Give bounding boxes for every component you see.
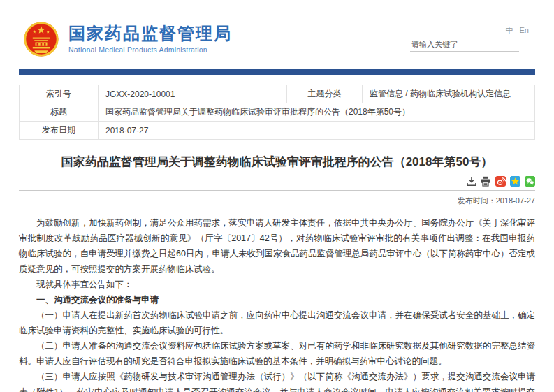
qzone-icon[interactable] xyxy=(510,176,520,187)
language-switcher: 中 En xyxy=(501,25,529,36)
table-row: 发布日期 2018-07-27 xyxy=(20,122,535,140)
meta-label-category: 主题分类 xyxy=(287,85,363,103)
site-brand[interactable]: 国家药品监督管理局 National Medical Products Admi… xyxy=(23,21,232,57)
paragraph-intro: 为鼓励创新，加快新药创制，满足公众用药需求，落实申请人研发主体责任，依据中共中央… xyxy=(19,215,535,277)
site-header: 国家药品监督管理局 National Medical Products Admi… xyxy=(0,0,554,69)
site-title-block: 国家药品监督管理局 National Medical Products Admi… xyxy=(68,24,232,54)
paragraph-item-1: （一）申请人在提出新药首次药物临床试验申请之前，应向药审中心提出沟通交流会议申请… xyxy=(19,307,535,338)
header-divider-bar xyxy=(19,69,535,75)
paragraph-lead-in: 现就具体事宜公告如下： xyxy=(19,277,535,292)
print-icon[interactable] xyxy=(480,176,491,187)
site-title-zh: 国家药品监督管理局 xyxy=(68,24,232,43)
table-row: 索引号 JGXX-2020-10001 主题分类 监管信息 / 药物临床试验机构… xyxy=(20,85,535,103)
search-input[interactable] xyxy=(410,36,519,51)
article-body: 为鼓励创新，加快新药创制，满足公众用药需求，落实申请人研发主体责任，依据中共中央… xyxy=(19,215,535,392)
title-divider xyxy=(19,190,535,191)
document-meta-table: 索引号 JGXX-2020-10001 主题分类 监管信息 / 药物临床试验机构… xyxy=(19,85,535,140)
meta-value-index: JGXX-2020-10001 xyxy=(99,85,287,103)
meta-label-title: 标题 xyxy=(20,103,99,122)
lang-en-link[interactable]: En xyxy=(520,26,529,34)
share-toolbar xyxy=(19,176,535,187)
site-title-en: National Medical Products Administration xyxy=(68,45,232,54)
page: 国家药品监督管理局 National Medical Products Admi… xyxy=(0,0,554,392)
wechat-icon[interactable] xyxy=(525,176,535,187)
meta-value-title: 国家药品监督管理局关于调整药物临床试验审评审批程序的公告（2018年第50号） xyxy=(99,103,535,122)
lang-zh-link[interactable]: 中 xyxy=(505,26,513,34)
download-icon[interactable] xyxy=(466,176,477,187)
paragraph-item-3: （三）申请人应按照《药物研发与技术审评沟通管理办法（试行）》（以下简称《沟通交流… xyxy=(19,369,535,392)
meta-label-index: 索引号 xyxy=(20,85,99,103)
publish-date: 发布时间：2018-07-27 xyxy=(19,196,535,206)
meta-value-pubdate: 2018-07-27 xyxy=(99,122,535,140)
national-emblem-logo xyxy=(23,21,59,57)
meta-value-category: 监管信息 / 药物临床试验机构认定信息 xyxy=(363,85,535,103)
meta-label-pubdate: 发布日期 xyxy=(20,122,99,140)
weibo-icon[interactable] xyxy=(495,176,506,187)
page-title: 国家药品监督管理局关于调整药物临床试验审评审批程序的公告（2018年第50号） xyxy=(28,154,526,170)
section-heading-1: 一、沟通交流会议的准备与申请 xyxy=(19,292,535,307)
table-row: 标题 国家药品监督管理局关于调整药物临床试验审评审批程序的公告（2018年第50… xyxy=(20,103,535,122)
search-box xyxy=(410,36,519,52)
paragraph-item-2: （二）申请人准备的沟通交流会议资料应包括临床试验方案或草案、对已有的药学和非临床… xyxy=(19,338,535,369)
